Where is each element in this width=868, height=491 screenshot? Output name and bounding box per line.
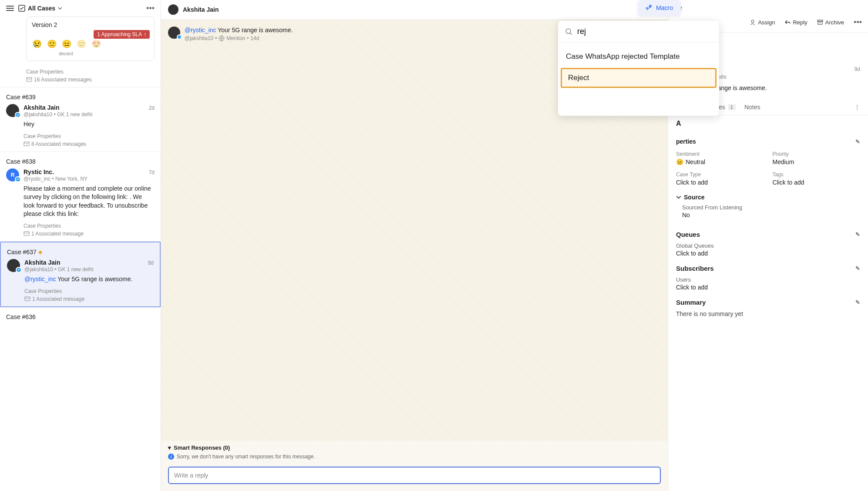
- globe-icon: [219, 35, 225, 41]
- avatar: ✓: [6, 104, 19, 117]
- queues-add[interactable]: Click to add: [676, 250, 860, 257]
- more-actions-button[interactable]: •••: [854, 18, 862, 26]
- reply-button[interactable]: Reply: [784, 19, 807, 26]
- tab-notes[interactable]: Notes: [744, 104, 760, 111]
- avatar: R✓: [6, 168, 19, 182]
- svg-point-7: [751, 20, 754, 23]
- macro-button[interactable]: Macro: [638, 0, 681, 16]
- archive-button[interactable]: Archive: [817, 19, 844, 26]
- verified-badge-icon: ✓: [16, 267, 22, 273]
- tabs-more-button[interactable]: ⋮: [854, 104, 860, 111]
- smart-responses-empty: i Sorry, we don't have any smart respons…: [168, 454, 661, 460]
- case-properties-link[interactable]: Case Properties: [24, 288, 154, 294]
- case-message-preview: @rystic_inc Your 5G range is awesome.: [24, 275, 154, 284]
- case-properties-link[interactable]: Case Properties: [24, 223, 155, 229]
- emoji-heart-eyes[interactable]: 😍: [91, 39, 101, 49]
- case-time: 2d: [149, 105, 155, 111]
- subscribers-add[interactable]: Click to add: [676, 284, 860, 291]
- case-id: Case #636: [6, 313, 155, 320]
- source-value: No: [682, 212, 860, 219]
- case-author-handle: @rystic_inc • New York, NY: [24, 176, 155, 182]
- associated-messages-link[interactable]: 1 Associated message: [24, 296, 154, 302]
- edit-subscribers-button[interactable]: ✎: [855, 265, 860, 272]
- case-message-preview: Please take a moment and complete our on…: [24, 185, 155, 219]
- chevron-down-icon: [676, 195, 681, 200]
- tab-profile-partial[interactable]: file: [668, 0, 868, 16]
- macro-search-input[interactable]: [577, 27, 712, 36]
- case-time: 9d: [148, 260, 154, 266]
- verified-badge-icon: ✓: [15, 112, 21, 118]
- assign-icon: [750, 19, 756, 25]
- case-properties-link[interactable]: Case Properties: [26, 69, 155, 75]
- property-value-add[interactable]: Click to add: [676, 179, 764, 186]
- reply-input[interactable]: Write a reply: [168, 467, 661, 484]
- case-author-name: Rystic Inc.: [24, 168, 54, 175]
- smart-responses-toggle[interactable]: ▾ Smart Responses (0): [168, 444, 661, 451]
- more-options-button[interactable]: •••: [146, 4, 155, 12]
- case-list-item[interactable]: Case #639 ✓ Akshita Jain 2d @jakshita10 …: [0, 87, 161, 152]
- checkbox-icon: [18, 5, 25, 12]
- case-id: Case #638: [6, 158, 155, 165]
- macro-popover: Case WhatsApp rejected Template Reject: [558, 21, 719, 116]
- emoji-smile[interactable]: 🙂: [76, 39, 87, 49]
- archive-icon: [817, 19, 823, 25]
- avatar: ✓: [7, 259, 20, 272]
- message-text: @rystic_inc Your 5G range is awesome.: [185, 27, 293, 34]
- summary-text: There is no summary yet: [668, 308, 868, 320]
- associated-messages-link[interactable]: 8 Associated messages: [24, 141, 155, 147]
- source-label: Sourced From Listening: [682, 204, 860, 211]
- subscribers-heading: Subscribers: [676, 265, 714, 272]
- properties-heading: perties: [676, 138, 696, 145]
- case-list-item[interactable]: Case #636: [0, 307, 161, 328]
- property-value-add[interactable]: Click to add: [773, 179, 861, 186]
- associated-messages-link[interactable]: 1 Associated message: [24, 231, 155, 237]
- property-value: 😐 Neutral: [676, 158, 764, 165]
- case-author-name: Akshita Jain: [24, 259, 60, 266]
- message-icon: [24, 141, 30, 147]
- property-label: Priority: [773, 151, 861, 157]
- conversation-author: Akshita Jain: [183, 6, 219, 13]
- case-author-handle: @jakshita10 • GK 1 new delhi: [24, 111, 155, 118]
- summary-heading: Summary: [676, 299, 706, 306]
- arrow-up-icon: ↑: [144, 31, 146, 37]
- message-icon: [26, 77, 32, 83]
- case-message-preview: Hey: [24, 120, 155, 129]
- edit-summary-button[interactable]: ✎: [855, 299, 860, 306]
- hamburger-menu[interactable]: [6, 6, 14, 11]
- queues-label: Global Queues: [676, 242, 860, 249]
- emoji-neutral[interactable]: 😐: [61, 39, 72, 49]
- verified-badge-icon: ✓: [15, 176, 21, 182]
- macro-result-item-highlighted[interactable]: Reject: [561, 68, 717, 88]
- conversation-header: Akshita Jain #637: [161, 0, 668, 20]
- associated-messages-link[interactable]: 16 Associated messages: [26, 77, 155, 83]
- search-icon: [565, 28, 573, 36]
- letter-fragment: A: [668, 115, 868, 132]
- assign-button[interactable]: Assign: [750, 19, 775, 26]
- case-list-item[interactable]: Case #638 R✓ Rystic Inc. 7d @rystic_inc …: [0, 152, 161, 242]
- case-id: Case #637 ◆: [7, 249, 154, 256]
- avatar: [168, 4, 178, 15]
- queues-heading: Queues: [676, 231, 700, 238]
- magic-wand-icon: [646, 4, 653, 11]
- case-list-item-selected[interactable]: Case #637 ◆ ✓ Akshita Jain 9d @jakshita1…: [0, 242, 161, 307]
- version-title: Version 2: [32, 21, 149, 28]
- version-card: Version 2 1 Approaching SLA ↑ 😢 🙁 😐 🙂 😍 …: [26, 17, 155, 61]
- case-time: 7d: [149, 169, 155, 175]
- message-icon: [24, 231, 30, 237]
- property-label: Case Type: [676, 172, 764, 178]
- macro-result-item[interactable]: Case WhatsApp rejected Template: [558, 47, 719, 66]
- source-section-toggle[interactable]: Source: [676, 194, 860, 201]
- emoji-frown[interactable]: 🙁: [47, 39, 57, 49]
- emoji-crying[interactable]: 😢: [32, 39, 42, 49]
- diamond-icon: ◆: [38, 249, 42, 255]
- case-filter-label: All Cases: [28, 5, 55, 12]
- message-icon: [24, 296, 30, 302]
- neutral-face-icon: 😐: [676, 158, 683, 165]
- edit-queues-button[interactable]: ✎: [855, 231, 860, 238]
- emoji-reactions: 😢 🙁 😐 🙂 😍: [32, 39, 149, 49]
- case-properties-link[interactable]: Case Properties: [24, 133, 155, 139]
- edit-properties-button[interactable]: ✎: [855, 138, 860, 145]
- reply-icon: [784, 19, 791, 25]
- case-filter-selector[interactable]: All Cases: [18, 5, 62, 12]
- message-meta: @jakshita10 • Mention • 14d: [185, 35, 293, 41]
